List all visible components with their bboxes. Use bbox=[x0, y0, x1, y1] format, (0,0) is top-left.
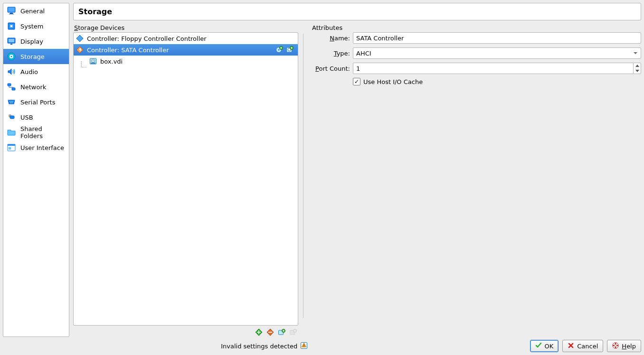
storage-devices-label: Storage Devices bbox=[74, 24, 298, 31]
svg-rect-24 bbox=[9, 147, 11, 149]
svg-point-43 bbox=[615, 344, 617, 346]
cancel-x-icon bbox=[568, 342, 574, 350]
folder-icon bbox=[6, 127, 17, 138]
use-host-io-cache-checkbox[interactable]: Use Host I/O Cache bbox=[353, 78, 641, 85]
tree-row-label: Controller: SATA Controller bbox=[87, 47, 169, 54]
svg-point-19 bbox=[12, 103, 13, 103]
sidebar-item-label: System bbox=[20, 23, 43, 30]
content-divider bbox=[303, 34, 303, 318]
cancel-label: Cancel bbox=[577, 343, 598, 350]
sidebar-item-label: USB bbox=[20, 114, 33, 121]
floppy-controller-icon bbox=[76, 34, 84, 43]
checkbox-indicator-icon bbox=[353, 78, 360, 85]
add-controller-icon[interactable] bbox=[255, 328, 263, 336]
audio-icon bbox=[6, 66, 17, 77]
port-count-field[interactable] bbox=[353, 63, 633, 74]
help-lifebuoy-icon bbox=[612, 342, 619, 350]
help-button[interactable]: Help bbox=[607, 340, 641, 352]
svg-rect-40 bbox=[304, 345, 304, 346]
svg-rect-8 bbox=[9, 39, 14, 42]
sidebar-item-storage[interactable]: Storage bbox=[3, 49, 69, 64]
name-label: Name: bbox=[312, 35, 350, 42]
storage-disk-icon bbox=[6, 51, 17, 62]
svg-point-12 bbox=[11, 56, 12, 57]
svg-point-18 bbox=[10, 103, 11, 103]
svg-point-16 bbox=[11, 101, 12, 102]
port-count-down-icon[interactable] bbox=[634, 68, 641, 74]
remove-controller-icon[interactable] bbox=[266, 328, 275, 336]
page-title: Storage bbox=[78, 7, 636, 16]
svg-rect-1 bbox=[8, 8, 15, 12]
help-label: Help bbox=[622, 343, 636, 350]
storage-devices-tree[interactable]: Controller: Floppy Controller Controller… bbox=[73, 32, 298, 326]
svg-rect-9 bbox=[10, 44, 12, 45]
controller-type-select[interactable]: AHCI bbox=[353, 47, 641, 59]
sidebar-item-system[interactable]: System bbox=[3, 19, 69, 34]
network-icon bbox=[6, 82, 17, 92]
storage-tree-toolbar bbox=[73, 326, 298, 337]
sidebar-item-user-interface[interactable]: User Interface bbox=[3, 140, 69, 155]
settings-window: General System Display Storage Audio bbox=[0, 0, 644, 355]
controller-name-input[interactable] bbox=[353, 32, 641, 44]
sidebar-item-audio[interactable]: Audio bbox=[3, 64, 69, 79]
svg-point-33 bbox=[93, 60, 94, 61]
svg-rect-41 bbox=[304, 346, 304, 346]
svg-point-17 bbox=[12, 101, 13, 102]
select-value: AHCI bbox=[356, 50, 371, 57]
sidebar-item-label: Shared Folders bbox=[20, 125, 66, 140]
sidebar-item-label: Storage bbox=[20, 53, 45, 60]
status-text: Invalid settings detected bbox=[221, 343, 297, 350]
serial-port-icon bbox=[6, 97, 17, 107]
ok-label: OK bbox=[545, 343, 554, 350]
ok-check-icon bbox=[535, 342, 542, 350]
sidebar-item-label: Network bbox=[20, 84, 46, 91]
sidebar-item-label: Serial Ports bbox=[20, 99, 55, 106]
svg-rect-34 bbox=[91, 63, 95, 64]
svg-point-15 bbox=[9, 101, 10, 102]
window-layout-icon bbox=[6, 142, 17, 153]
svg-rect-14 bbox=[12, 88, 15, 90]
sidebar-item-network[interactable]: Network bbox=[3, 79, 69, 94]
display-icon bbox=[6, 36, 17, 47]
port-count-input[interactable] bbox=[353, 63, 641, 74]
tree-row-controller-sata[interactable]: Controller: SATA Controller bbox=[74, 44, 298, 56]
usb-icon bbox=[6, 112, 17, 122]
checkbox-label: Use Host I/O Cache bbox=[363, 78, 423, 85]
chip-icon bbox=[6, 21, 17, 31]
hard-disk-icon bbox=[89, 57, 97, 65]
svg-rect-21 bbox=[10, 116, 14, 119]
page-header: Storage bbox=[73, 3, 641, 20]
tree-row-label: box.vdi bbox=[100, 58, 123, 65]
ok-button[interactable]: OK bbox=[530, 340, 559, 352]
status-bar: Invalid settings detected bbox=[3, 342, 526, 351]
sidebar-item-label: User Interface bbox=[20, 144, 64, 151]
remove-attachment-icon bbox=[289, 328, 297, 336]
add-optical-drive-icon[interactable] bbox=[275, 46, 284, 54]
port-count-label: Port Count: bbox=[312, 65, 350, 72]
settings-category-sidebar: General System Display Storage Audio bbox=[3, 3, 69, 337]
monitor-icon bbox=[6, 6, 17, 16]
tree-row-disk[interactable]: box.vdi bbox=[74, 56, 298, 67]
svg-rect-2 bbox=[10, 13, 13, 14]
tree-row-controller-floppy[interactable]: Controller: Floppy Controller Controller bbox=[74, 33, 298, 44]
svg-rect-6 bbox=[10, 25, 12, 27]
sidebar-item-label: Display bbox=[20, 38, 43, 45]
attributes-label: Attributes bbox=[312, 24, 641, 31]
svg-point-26 bbox=[278, 49, 280, 51]
sata-controller-icon bbox=[76, 46, 84, 54]
warning-icon bbox=[300, 342, 308, 351]
sidebar-item-display[interactable]: Display bbox=[3, 34, 69, 49]
tree-row-label: Controller: Floppy Controller Controller bbox=[87, 35, 207, 42]
sidebar-item-label: General bbox=[20, 8, 45, 15]
sidebar-item-general[interactable]: General bbox=[3, 3, 69, 19]
sidebar-item-serial-ports[interactable]: Serial Ports bbox=[3, 94, 69, 110]
svg-rect-13 bbox=[8, 84, 11, 86]
cancel-button[interactable]: Cancel bbox=[562, 340, 603, 352]
sidebar-item-shared-folders[interactable]: Shared Folders bbox=[3, 125, 69, 140]
svg-rect-23 bbox=[8, 144, 15, 146]
port-count-up-icon[interactable] bbox=[634, 63, 641, 68]
sidebar-item-label: Audio bbox=[20, 68, 38, 75]
add-hard-disk-icon[interactable] bbox=[285, 46, 294, 54]
sidebar-item-usb[interactable]: USB bbox=[3, 110, 69, 125]
add-attachment-icon[interactable] bbox=[277, 328, 286, 336]
